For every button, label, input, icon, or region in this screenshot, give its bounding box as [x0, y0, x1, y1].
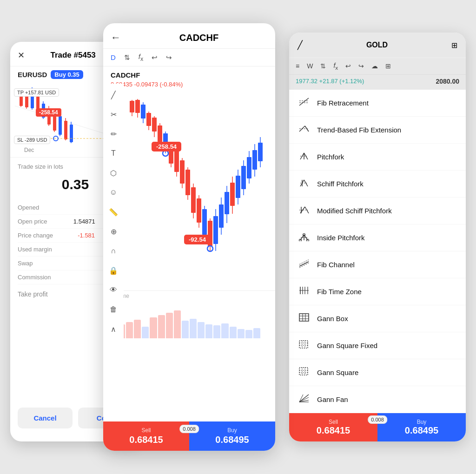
- right-sell-value: 0.68415: [289, 425, 377, 436]
- chart-title: CADCHF: [130, 33, 268, 43]
- magnet-tool[interactable]: ∩: [106, 244, 121, 258]
- svg-rect-106: [299, 314, 309, 321]
- swap-key: Swap: [18, 260, 33, 267]
- month-label: Dec: [24, 147, 34, 153]
- menu-title: GOLD: [309, 41, 445, 49]
- svg-rect-30: [146, 113, 151, 126]
- lock-tool[interactable]: 🔒: [106, 263, 121, 278]
- vol-bar: [205, 324, 212, 338]
- close-icon[interactable]: ✕: [18, 50, 25, 60]
- svg-rect-56: [213, 216, 218, 244]
- svg-rect-28: [141, 105, 145, 118]
- menu-item-fib-retracement[interactable]: Fib Retracement: [289, 90, 466, 117]
- modified-schiff-label: Modified Schiff Pitchfork: [317, 207, 392, 215]
- zoom-tool[interactable]: ⊕: [106, 224, 121, 239]
- menu-item-pitchfork[interactable]: Pitchfork: [289, 144, 466, 171]
- chart-toolbar: D ⇅ fx ↩ ↪: [103, 49, 275, 66]
- chart-ticker: CADCHF: [103, 66, 275, 80]
- eye-tool[interactable]: 👁: [106, 283, 121, 297]
- chart-price-row: 0.68435 -0.09473 (-0.84%): [103, 80, 275, 91]
- scissors-tool[interactable]: ✂: [106, 107, 121, 122]
- menu-cursor-icon[interactable]: ╱: [298, 40, 303, 50]
- menu-item-gann-fan[interactable]: Gann Fan: [289, 386, 466, 413]
- fib-time-zone-icon: [298, 286, 311, 297]
- pen-tool[interactable]: ✏: [106, 126, 121, 141]
- menu-item-fib-channel[interactable]: Fib Channel: [289, 251, 466, 278]
- svg-rect-64: [236, 176, 240, 198]
- rt-menu-icon[interactable]: ≡: [296, 62, 299, 70]
- indicators-button[interactable]: ⇅: [124, 53, 130, 62]
- menu-item-schiff-pitchfork[interactable]: Schiff Pitchfork: [289, 171, 466, 198]
- volume-label: Volume: [111, 293, 268, 299]
- emoji-tool[interactable]: ☺: [106, 185, 121, 200]
- svg-rect-72: [258, 143, 263, 161]
- svg-rect-34: [158, 125, 162, 142]
- fib-channel-label: Fib Channel: [317, 261, 355, 269]
- measure-tool[interactable]: 📏: [106, 204, 121, 219]
- menu-expand-icon[interactable]: ⊞: [451, 41, 457, 50]
- right-buy-label: Buy: [377, 419, 466, 425]
- pricechange-key: Price change: [18, 232, 53, 239]
- take-profit-label: Take profit: [18, 290, 48, 298]
- redo-button[interactable]: ↪: [166, 53, 172, 62]
- delete-tool[interactable]: 🗑: [106, 302, 121, 317]
- menu-item-fib-time-zone[interactable]: Fib Time Zone: [289, 278, 466, 305]
- node-tool[interactable]: ⬡: [106, 165, 121, 180]
- back-button[interactable]: ←: [111, 32, 121, 44]
- sell-button[interactable]: Sell 0.68415: [103, 421, 189, 451]
- undo-button[interactable]: ↩: [152, 53, 158, 62]
- rt-grid-icon[interactable]: ⊞: [385, 62, 391, 70]
- menu-item-gann-box[interactable]: Gann Box: [289, 305, 466, 332]
- cursor-tool[interactable]: ╱: [106, 87, 121, 102]
- loss-badge-small: -92.54: [184, 235, 211, 244]
- rt-indicators-icon[interactable]: ⇅: [320, 62, 326, 70]
- menu-item-gann-square[interactable]: Gann Square: [289, 359, 466, 386]
- vol-bar: [150, 317, 157, 338]
- rt-w-icon[interactable]: W: [307, 62, 313, 70]
- buy-button[interactable]: Buy 0.68495: [189, 421, 275, 451]
- volume-section: Volume: [103, 290, 275, 338]
- vol-bar: [166, 313, 173, 338]
- menu-item-modified-schiff[interactable]: Modified Schiff Pitchfork: [289, 198, 466, 224]
- rt-fx-icon[interactable]: fx: [333, 62, 338, 71]
- openprice-key: Open price: [18, 218, 47, 225]
- candle-chart: -258.54 -92.54: [124, 91, 275, 290]
- loss-badge-main: -258.54: [152, 142, 181, 151]
- pair-label: EURUSD: [18, 71, 47, 79]
- timeframe-d-button[interactable]: D: [111, 53, 116, 61]
- svg-rect-24: [130, 101, 134, 112]
- sell-value: 0.68415: [111, 434, 182, 445]
- rt-redo-icon[interactable]: ↪: [358, 62, 364, 70]
- cancel-button[interactable]: Cancel: [18, 408, 73, 428]
- rt-undo-icon[interactable]: ↩: [345, 62, 351, 70]
- right-buy-button[interactable]: Buy 0.68495: [377, 413, 466, 441]
- svg-rect-116: [299, 368, 308, 375]
- text-tool[interactable]: T: [106, 146, 121, 161]
- fib-retracement-label: Fib Retracement: [317, 99, 369, 107]
- svg-rect-51: [202, 209, 207, 235]
- svg-rect-58: [219, 204, 224, 228]
- tp-label: TP +157.81 USD: [14, 88, 59, 97]
- chart-panel: ← CADCHF D ⇅ fx ↩ ↪ ╱ ✂ ✏ T ⬡ ☺ 📏 ⊕ ∩ 🔒 …: [103, 23, 275, 451]
- svg-rect-66: [241, 166, 246, 189]
- right-buy-value: 0.68495: [377, 425, 466, 436]
- menu-item-trend-fib[interactable]: Trend-Based Fib Extension: [289, 117, 466, 144]
- chart-header: ← CADCHF: [103, 23, 275, 49]
- pricechange-val: -1.581: [78, 232, 95, 239]
- fx-button[interactable]: fx: [139, 53, 143, 62]
- right-price-val: 2080.00: [436, 78, 459, 85]
- svg-rect-45: [185, 170, 190, 195]
- menu-item-gann-square-fixed[interactable]: Gann Square Fixed: [289, 332, 466, 359]
- collapse-tool[interactable]: ∧: [106, 322, 121, 336]
- vol-bar: [221, 323, 228, 338]
- fib-retracement-icon: [298, 97, 311, 109]
- svg-rect-111: [299, 341, 308, 348]
- pitchfork-label: Pitchfork: [317, 153, 344, 161]
- gann-square-fixed-icon: [298, 340, 311, 351]
- rt-cloud-icon[interactable]: ☁: [371, 62, 378, 70]
- sell-label: Sell: [111, 427, 182, 434]
- right-sell-button[interactable]: Sell 0.68415: [289, 413, 377, 441]
- svg-rect-32: [152, 118, 157, 132]
- menu-item-inside-pitchfork[interactable]: Inside Pitchfork: [289, 224, 466, 251]
- svg-rect-68: [247, 157, 251, 178]
